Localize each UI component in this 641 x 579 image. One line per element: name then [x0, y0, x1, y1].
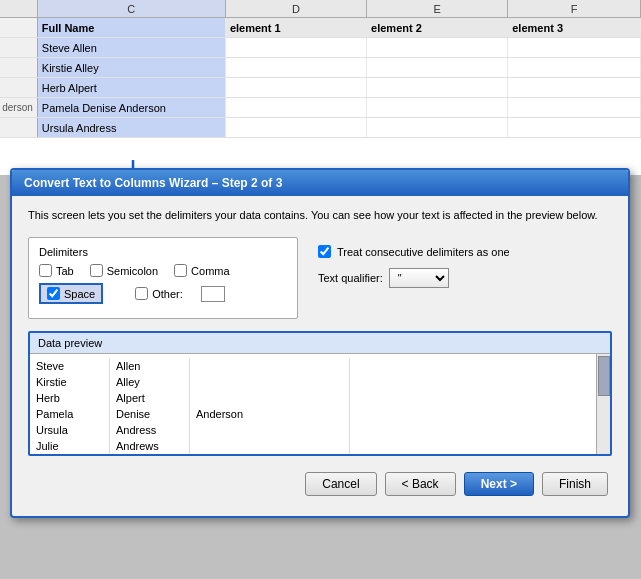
- cell-fullname-header: Full Name: [38, 18, 226, 37]
- preview-cell: Allen: [110, 358, 190, 374]
- preview-cell: [190, 422, 350, 438]
- consecutive-label: Treat consecutive delimiters as one: [337, 246, 510, 258]
- dialog-body: This screen lets you set the delimiters …: [12, 196, 628, 516]
- other-label: Other:: [152, 288, 183, 300]
- column-headers: C D E F: [0, 0, 641, 18]
- preview-cell: [190, 374, 350, 390]
- preview-cell: Denise: [110, 406, 190, 422]
- cell-name: Kirstie Alley: [38, 58, 226, 77]
- preview-cell: Anderson: [190, 406, 350, 422]
- delimiter-row-1: Tab Semicolon Comma: [39, 264, 287, 277]
- spreadsheet-rows: Full Name element 1 element 2 element 3 …: [0, 18, 641, 138]
- preview-table: Steve Allen Kirstie Alley Herb Alpert: [30, 354, 596, 454]
- consecutive-checkbox[interactable]: [318, 245, 331, 258]
- text-qualifier-row: Text qualifier: ": [318, 268, 510, 288]
- table-row: Herb Alpert: [0, 78, 641, 98]
- preview-cell: [190, 438, 350, 454]
- preview-cell: Herb: [30, 390, 110, 406]
- semicolon-checkbox[interactable]: [90, 264, 103, 277]
- comma-checkbox[interactable]: [174, 264, 187, 277]
- dialog-title: Convert Text to Columns Wizard – Step 2 …: [12, 170, 628, 196]
- tab-checkbox-item[interactable]: Tab: [39, 264, 74, 277]
- wizard-dialog: Convert Text to Columns Wizard – Step 2 …: [10, 168, 630, 518]
- comma-checkbox-item[interactable]: Comma: [174, 264, 230, 277]
- cell-name: Pamela Denise Anderson: [38, 98, 226, 117]
- preview-rows-container: Steve Allen Kirstie Alley Herb Alpert: [30, 354, 596, 454]
- row-number: [0, 58, 38, 77]
- cell-name: Steve Allen: [38, 38, 226, 57]
- other-checkbox-item[interactable]: Other:: [135, 287, 183, 300]
- delimiters-label: Delimiters: [39, 246, 287, 258]
- delimiter-row-2: Space Other:: [39, 283, 287, 304]
- data-preview-section: Data preview Steve Allen Kirstie Alley: [28, 331, 612, 456]
- right-options: Treat consecutive delimiters as one Text…: [318, 237, 510, 288]
- space-checkbox[interactable]: [47, 287, 60, 300]
- space-label: Space: [64, 288, 95, 300]
- cell-element1-header: element 1: [226, 18, 367, 37]
- col-header-f: F: [508, 0, 641, 17]
- preview-cell: Andress: [110, 422, 190, 438]
- dialog-title-text: Convert Text to Columns Wizard – Step 2 …: [24, 176, 282, 190]
- row-number: [0, 18, 38, 37]
- row-num-header: [0, 0, 38, 17]
- scrollbar-thumb[interactable]: [598, 356, 610, 396]
- list-item: Julie Andrews: [30, 438, 596, 454]
- scrollbar[interactable]: [596, 354, 610, 454]
- delimiters-section: Delimiters Tab Semicolon Comma: [28, 237, 612, 319]
- data-preview-content: Steve Allen Kirstie Alley Herb Alpert: [30, 354, 610, 454]
- list-item: Ursula Andress: [30, 422, 596, 438]
- col-header-d: D: [226, 0, 367, 17]
- other-checkbox[interactable]: [135, 287, 148, 300]
- table-row: Kirstie Alley: [0, 58, 641, 78]
- tab-checkbox[interactable]: [39, 264, 52, 277]
- dialog-buttons: Cancel < Back Next > Finish: [28, 468, 612, 504]
- cell-element2-header: element 2: [367, 18, 508, 37]
- data-preview-label: Data preview: [30, 333, 610, 354]
- finish-button[interactable]: Finish: [542, 472, 608, 496]
- spreadsheet-background: C D E F Full Name element 1 element 2 el…: [0, 0, 641, 175]
- cell-name: Herb Alpert: [38, 78, 226, 97]
- preview-cell: Andrews: [110, 438, 190, 454]
- row-number: [0, 118, 38, 137]
- list-item: Pamela Denise Anderson: [30, 406, 596, 422]
- consecutive-row: Treat consecutive delimiters as one: [318, 245, 510, 258]
- row-number: derson: [0, 98, 38, 117]
- row-number: [0, 38, 38, 57]
- text-qualifier-select[interactable]: ": [389, 268, 449, 288]
- semicolon-checkbox-item[interactable]: Semicolon: [90, 264, 158, 277]
- preview-cell: Alpert: [110, 390, 190, 406]
- table-row: Steve Allen: [0, 38, 641, 58]
- table-row: derson Pamela Denise Anderson: [0, 98, 641, 118]
- col-header-e: E: [367, 0, 508, 17]
- preview-cell: Julie: [30, 438, 110, 454]
- preview-cell: Pamela: [30, 406, 110, 422]
- next-button[interactable]: Next >: [464, 472, 534, 496]
- list-item: Steve Allen: [30, 358, 596, 374]
- preview-cell: Kirstie: [30, 374, 110, 390]
- table-row: Ursula Andress: [0, 118, 641, 138]
- preview-cell: Alley: [110, 374, 190, 390]
- list-item: Herb Alpert: [30, 390, 596, 406]
- delimiters-box: Delimiters Tab Semicolon Comma: [28, 237, 298, 319]
- col-header-c: C: [38, 0, 226, 17]
- space-checkbox-item[interactable]: Space: [39, 283, 103, 304]
- preview-cell: [190, 358, 350, 374]
- cell-element3-header: element 3: [508, 18, 641, 37]
- preview-cell: [190, 390, 350, 406]
- text-qualifier-label: Text qualifier:: [318, 272, 383, 284]
- other-input-field[interactable]: [201, 286, 225, 302]
- semicolon-label: Semicolon: [107, 265, 158, 277]
- preview-cell: Ursula: [30, 422, 110, 438]
- cell-name: Ursula Andress: [38, 118, 226, 137]
- preview-cell: Steve: [30, 358, 110, 374]
- table-row: Full Name element 1 element 2 element 3: [0, 18, 641, 38]
- comma-label: Comma: [191, 265, 230, 277]
- tab-label: Tab: [56, 265, 74, 277]
- list-item: Kirstie Alley: [30, 374, 596, 390]
- row-number: [0, 78, 38, 97]
- dialog-description: This screen lets you set the delimiters …: [28, 208, 612, 223]
- back-button[interactable]: < Back: [385, 472, 456, 496]
- cancel-button[interactable]: Cancel: [305, 472, 376, 496]
